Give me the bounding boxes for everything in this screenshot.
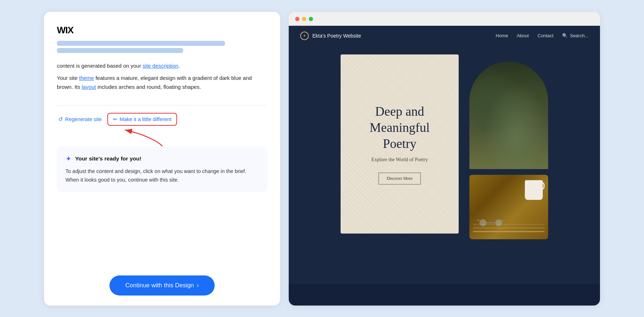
dot-close[interactable] — [295, 17, 299, 21]
discover-more-button[interactable]: Discover More — [379, 173, 421, 184]
desc-paragraph-1: content is generated based on your site … — [57, 62, 267, 71]
site-nav: ✦ Ekta's Poetry Website Home About Conta… — [289, 26, 600, 46]
books-mug-image — [469, 175, 548, 239]
red-arrow-annotation — [114, 126, 164, 148]
arch-window-image — [469, 62, 548, 169]
hero-image-col — [469, 54, 548, 239]
nav-search[interactable]: 🔍 Search... — [562, 33, 589, 38]
site-hero: Deep and Meaningful Poetry Explore the W… — [289, 46, 600, 284]
svg-line-5 — [502, 220, 505, 221]
svg-point-2 — [496, 220, 502, 226]
left-panel: WIX content is generated based on your s… — [44, 12, 280, 306]
site-description-link[interactable]: site description — [142, 63, 178, 69]
ready-title: Your site's ready for you! — [75, 155, 141, 162]
ready-header: ✦ Your site's ready for you! — [65, 154, 259, 163]
layout-link[interactable]: layout — [82, 84, 96, 90]
nav-home[interactable]: Home — [496, 33, 508, 38]
blurred-line-1 — [57, 41, 225, 46]
nav-links: Home About Contact 🔍 Search... — [496, 33, 589, 38]
mug-handle — [540, 182, 545, 190]
actions-row: ↺ Regenerate site ✏ Make it a little dif… — [57, 113, 267, 126]
search-placeholder: Search... — [570, 33, 589, 38]
bottom-area: Continue with this Design › — [57, 272, 267, 296]
arch-image-inner — [469, 62, 548, 169]
hero-title: Deep and Meaningful Poetry — [351, 104, 448, 152]
site-footer-bar — [289, 284, 600, 306]
wix-logo: WIX — [57, 25, 267, 36]
dot-maximize[interactable] — [309, 17, 313, 21]
continue-button[interactable]: Continue with this Design › — [109, 275, 215, 296]
right-panel: ✦ Ekta's Poetry Website Home About Conta… — [289, 12, 600, 306]
regenerate-icon: ↺ — [58, 116, 63, 123]
nav-contact[interactable]: Contact — [537, 33, 553, 38]
site-name: Ekta's Poetry Website — [312, 33, 361, 39]
browser-chrome — [289, 12, 600, 26]
browser-content: ✦ Ekta's Poetry Website Home About Conta… — [289, 26, 600, 306]
logo-icon: ✦ — [300, 32, 309, 40]
site-nav-logo: ✦ Ekta's Poetry Website — [300, 32, 361, 40]
regenerate-site-button[interactable]: ↺ Regenerate site — [57, 114, 103, 125]
description-section: content is generated based on your site … — [57, 62, 267, 92]
hero-subtitle: Explore the World of Poetry — [371, 157, 428, 163]
sparkle-icon: ✦ — [65, 154, 72, 163]
actions-container: ↺ Regenerate site ✏ Make it a little dif… — [57, 113, 267, 136]
ready-description: To adjust the content and design, click … — [65, 167, 259, 184]
desc-paragraph-2: Your site theme features a mature, elega… — [57, 74, 267, 92]
theme-link[interactable]: theme — [79, 75, 94, 81]
dot-minimize[interactable] — [302, 17, 306, 21]
divider-1 — [57, 105, 267, 106]
blurred-line-2 — [57, 48, 183, 53]
svg-line-4 — [477, 220, 480, 221]
glasses-icon — [477, 219, 505, 227]
svg-point-1 — [480, 220, 486, 226]
pencil-icon: ✏ — [113, 116, 117, 122]
ready-box: ✦ Your site's ready for you! To adjust t… — [57, 147, 267, 192]
browser-dots — [295, 17, 313, 21]
hero-card: Deep and Meaningful Poetry Explore the W… — [341, 54, 459, 234]
nav-about[interactable]: About — [517, 33, 529, 38]
make-different-button[interactable]: ✏ Make it a little different — [107, 113, 177, 126]
search-icon: 🔍 — [562, 33, 568, 38]
